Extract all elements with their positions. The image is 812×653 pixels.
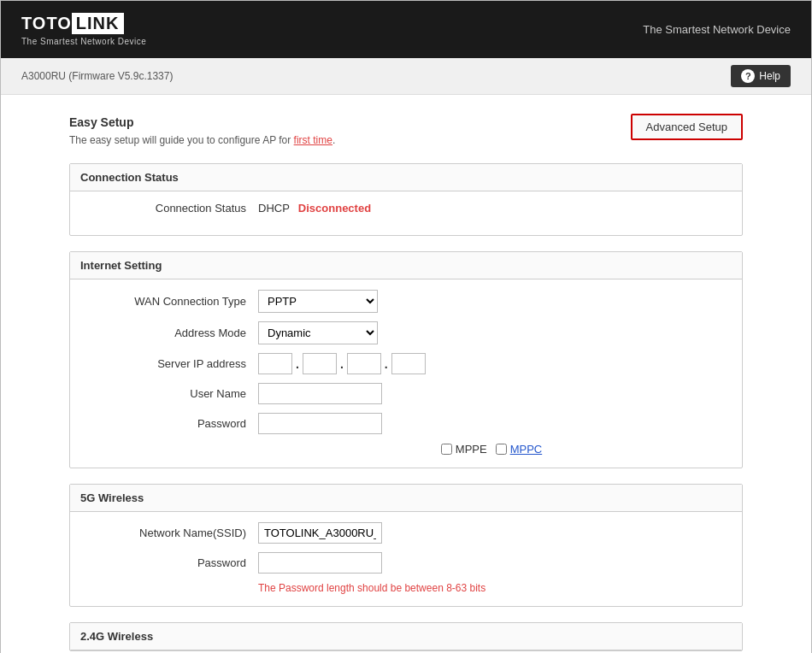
internet-password-label: Password bbox=[87, 417, 258, 430]
wireless-24g-title: 2.4G Wireless bbox=[70, 623, 742, 650]
mppc-checkbox[interactable] bbox=[496, 444, 507, 455]
advanced-setup-button[interactable]: Advanced Setup bbox=[631, 114, 743, 140]
internet-setting-title: Internet Setting bbox=[70, 252, 742, 279]
wireless-5g-body: Network Name(SSID) Password The Password… bbox=[70, 512, 742, 606]
username-row: User Name bbox=[87, 383, 725, 404]
ip-dot-1: . bbox=[296, 357, 299, 371]
wireless-24g-panel: 2.4G Wireless bbox=[69, 622, 743, 651]
mppe-checkbox[interactable] bbox=[441, 444, 452, 455]
server-ip-label: Server IP address bbox=[87, 357, 258, 370]
connection-type: DHCP bbox=[258, 202, 290, 215]
wireless-5g-panel: 5G Wireless Network Name(SSID) Password bbox=[69, 484, 743, 607]
wan-type-row: WAN Connection Type PPTP DHCP Static PPP… bbox=[87, 290, 725, 313]
header-tagline: The Smartest Network Device bbox=[643, 23, 791, 36]
address-mode-value: Dynamic Static bbox=[258, 321, 378, 344]
ssid-row: Network Name(SSID) bbox=[87, 522, 725, 544]
wan-type-label: WAN Connection Type bbox=[87, 295, 258, 308]
username-input[interactable] bbox=[258, 383, 382, 404]
help-icon: ? bbox=[741, 69, 755, 83]
password-hint: The Password length should be between 8-… bbox=[87, 582, 725, 594]
logo-box: TOTO LINK The Smartest Network Device bbox=[21, 13, 146, 46]
server-ip-row: Server IP address . . . bbox=[87, 353, 725, 374]
wireless-5g-password-input[interactable] bbox=[258, 552, 382, 574]
wireless-password-label: Password bbox=[87, 556, 258, 569]
connection-status-label: Connection Status bbox=[87, 202, 258, 215]
ssid-label: Network Name(SSID) bbox=[87, 527, 258, 539]
easy-setup-desc-start: The easy setup will guide you to configu… bbox=[69, 134, 294, 146]
server-ip-octet4[interactable] bbox=[391, 353, 426, 374]
connection-status-title: Connection Status bbox=[70, 164, 742, 191]
connection-status-row: Connection Status DHCP Disconnected bbox=[87, 202, 725, 215]
server-ip-octet1[interactable] bbox=[258, 353, 292, 374]
easy-setup-header: Easy Setup The easy setup will guide you… bbox=[69, 115, 743, 146]
internet-password-value bbox=[258, 413, 382, 434]
username-label: User Name bbox=[87, 387, 258, 400]
server-ip-value: . . . bbox=[258, 353, 426, 374]
username-value bbox=[258, 383, 382, 404]
wireless-password-row: Password bbox=[87, 552, 725, 574]
server-ip-octet2[interactable] bbox=[303, 353, 337, 374]
server-ip-octet3[interactable] bbox=[347, 353, 381, 374]
easy-setup-text: Easy Setup The easy setup will guide you… bbox=[69, 115, 335, 146]
mppc-label: MPPC bbox=[510, 443, 543, 456]
logo-tagline: The Smartest Network Device bbox=[21, 37, 146, 46]
internet-password-input[interactable] bbox=[258, 413, 382, 434]
mppe-mppc-row: MPPE MPPC bbox=[87, 443, 725, 456]
wireless-5g-title: 5G Wireless bbox=[70, 485, 742, 512]
header: TOTO LINK The Smartest Network Device Th… bbox=[1, 1, 811, 58]
mppc-item: MPPC bbox=[496, 443, 543, 456]
help-label: Help bbox=[759, 70, 780, 82]
address-mode-select[interactable]: Dynamic Static bbox=[258, 321, 378, 344]
ip-dot-3: . bbox=[385, 357, 388, 371]
connection-status-badge: Disconnected bbox=[298, 202, 371, 215]
easy-setup-desc: The easy setup will guide you to configu… bbox=[69, 134, 335, 146]
ssid-input[interactable] bbox=[258, 522, 382, 544]
easy-setup-desc-end: . bbox=[332, 134, 335, 146]
easy-setup-section: Easy Setup The easy setup will guide you… bbox=[69, 115, 743, 146]
connection-status-value: DHCP Disconnected bbox=[258, 202, 371, 215]
connection-status-panel: Connection Status Connection Status DHCP… bbox=[69, 163, 743, 236]
help-button[interactable]: ? Help bbox=[731, 65, 791, 87]
wireless-password-value bbox=[258, 552, 382, 574]
internet-password-row: Password bbox=[87, 413, 725, 434]
firmware-text: A3000RU (Firmware V5.9c.1337) bbox=[21, 70, 173, 82]
internet-setting-body: WAN Connection Type PPTP DHCP Static PPP… bbox=[70, 279, 742, 468]
main-content: Easy Setup The easy setup will guide you… bbox=[1, 95, 811, 653]
ssid-value bbox=[258, 522, 382, 544]
connection-status-body: Connection Status DHCP Disconnected bbox=[70, 191, 742, 235]
mppe-label: MPPE bbox=[456, 443, 487, 456]
subheader: A3000RU (Firmware V5.9c.1337) ? Help bbox=[1, 58, 811, 95]
internet-setting-panel: Internet Setting WAN Connection Type PPT… bbox=[69, 251, 743, 468]
address-mode-label: Address Mode bbox=[87, 326, 258, 339]
logo-brand: TOTO LINK bbox=[21, 13, 146, 34]
easy-setup-title: Easy Setup bbox=[69, 115, 335, 129]
wan-type-select[interactable]: PPTP DHCP Static PPPoE L2TP bbox=[258, 290, 378, 313]
logo-link: LINK bbox=[72, 13, 124, 34]
easy-setup-first-time: first time bbox=[294, 134, 332, 146]
ip-dot-2: . bbox=[340, 357, 344, 371]
mppe-item: MPPE bbox=[441, 443, 487, 456]
wan-type-value: PPTP DHCP Static PPPoE L2TP bbox=[258, 290, 378, 313]
logo-toto: TOTO bbox=[21, 14, 72, 33]
address-mode-row: Address Mode Dynamic Static bbox=[87, 321, 725, 344]
